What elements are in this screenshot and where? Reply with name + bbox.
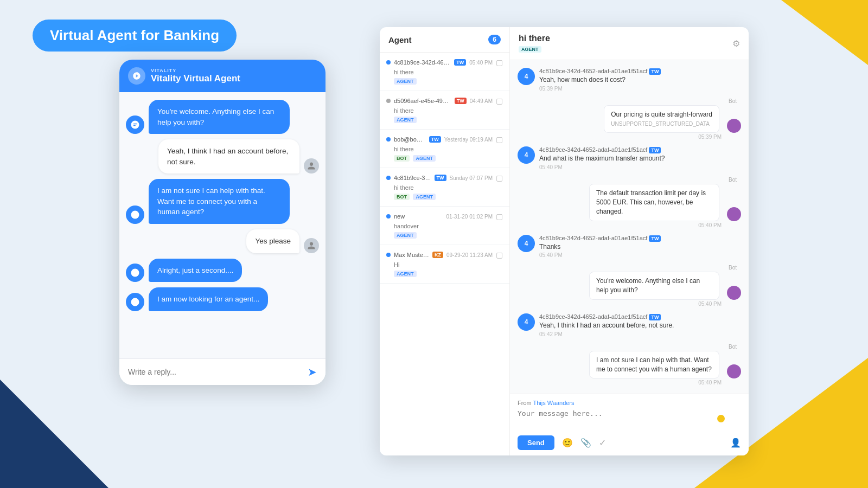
- conv-item-5[interactable]: new 01-31-20 01:02 PM ▢ handover AGENT: [380, 207, 509, 245]
- bot-avatar-1: [126, 115, 144, 134]
- conv-item-3[interactable]: bob@bob.com TW Yesterday 09:19 AM ▢ hi t…: [380, 130, 509, 168]
- crm-time-3: 05:40 PM: [539, 252, 741, 258]
- svg-point-2: [131, 269, 139, 277]
- crm-bot-time-4: 05:40 PM: [698, 380, 722, 386]
- bot-avatar-4: [126, 293, 144, 311]
- phone-input-bar: ➤: [119, 358, 326, 385]
- conv-tag-red-2: TW: [455, 98, 467, 104]
- crm-bot-bubble-4: I am not sure I can help with that. Want…: [589, 351, 719, 379]
- phone-messages: You're welcome. Anything else I can help…: [119, 92, 326, 358]
- checkmark-icon[interactable]: ✓: [599, 438, 606, 448]
- user-avatar-2: [304, 238, 319, 253]
- chat-messages: 4 4c81b9ce-342d-4652-adaf-a01ae1f51acf T…: [510, 60, 749, 394]
- crm-bot-avatar-1: [727, 119, 741, 133]
- conv-tag-tw-1: TW: [454, 59, 466, 66]
- conv-time-1: 05:40 PM: [469, 60, 493, 66]
- bg-yellow-triangle-tr: [781, 0, 868, 65]
- bot-bubble-4: I am now looking for an agent...: [149, 287, 268, 311]
- conv-bot-label-4: BOT: [394, 194, 410, 200]
- conv-time-3: Yesterday 09:19 AM: [444, 137, 493, 143]
- crm-bot-4: Bot I am not sure I can help with that. …: [518, 344, 741, 386]
- conv-dot-1: [386, 60, 391, 65]
- conv-msg-1: hi there: [394, 69, 503, 75]
- conv-count: 6: [488, 35, 501, 44]
- crm-msg-content-2: 4c81b9ce-342d-4652-adaf-a01ae1f51acf TW …: [539, 146, 741, 170]
- phone-input[interactable]: [128, 368, 302, 376]
- archive-icon-1[interactable]: ▢: [496, 58, 503, 67]
- crm-time-1: 05:39 PM: [539, 86, 741, 92]
- crm-msg-content-1: 4c81b9ce-342d-4652-adaf-a01ae1f51acf TW …: [539, 68, 741, 92]
- conv-list-title: Agent: [388, 35, 412, 44]
- user-bubble-1: Yeah, I think I had an account before, n…: [158, 139, 299, 174]
- bot-bubble-1: You're welcome. Anything else I can help…: [149, 100, 290, 134]
- conv-dot-5: [386, 214, 391, 219]
- crm-sender-3: 4c81b9ce-342d-4652-adaf-a01ae1f51acf TW: [539, 235, 741, 241]
- conv-item-2[interactable]: d5096aef-e45e-49e4-b3c3-705b48... TW 04:…: [380, 91, 509, 130]
- person-icon[interactable]: 👤: [730, 438, 741, 448]
- archive-icon-5[interactable]: ▢: [496, 212, 503, 221]
- crm-avatar-user-1: 4: [518, 68, 535, 85]
- conv-item-6[interactable]: Max Mustermann KZ 09-29-20 11:23 AM ▢ Hi…: [380, 245, 509, 284]
- conv-msg-4: hi there: [394, 184, 503, 191]
- crm-time-4: 05:42 PM: [539, 331, 741, 337]
- bg-blue-triangle: [0, 380, 108, 488]
- conv-time-2: 04:49 AM: [470, 98, 493, 104]
- crm-avatar-user-3: 4: [518, 235, 535, 252]
- conv-agent-label-3: AGENT: [413, 155, 436, 162]
- conv-id-3: bob@bob.com: [394, 136, 426, 143]
- from-name-link[interactable]: Thijs Waanders: [533, 400, 575, 406]
- conv-item-4[interactable]: 4c81b9ce-342d-4652-adaf-... TW Sunday 07…: [380, 168, 509, 207]
- title-badge: Virtual Agent for Banking: [33, 20, 237, 52]
- settings-icon[interactable]: ⚙: [732, 38, 740, 49]
- chat-title: hi there: [519, 34, 550, 43]
- crm-msg-content-4: 4c81b9ce-342d-4652-adaf-a01ae1f51acf TW …: [539, 313, 741, 337]
- crm-bot-2: Bot The default transaction limit per da…: [518, 177, 741, 228]
- page-title: Virtual Agent for Banking: [50, 27, 219, 44]
- conv-tag-tw-3: TW: [429, 136, 441, 143]
- crm-bot-1: Bot Our pricing is quite straight-forwar…: [518, 98, 741, 140]
- msg-user-2: Yes please: [126, 229, 319, 253]
- bot-bubble-3: Alright, just a second....: [149, 259, 242, 282]
- crm-bot-label-1: Bot: [729, 98, 737, 104]
- conv-item-1[interactable]: 4c81b9ce-342d-4652-adaf-a01ae1... TW 05:…: [380, 53, 509, 91]
- conv-id-5: new: [394, 213, 443, 220]
- crm-sender-2: 4c81b9ce-342d-4652-adaf-a01ae1f51acf TW: [539, 146, 741, 153]
- crm-text-2: And what is the maximum transfer amount?: [539, 154, 741, 163]
- crm-bot-label-2: Bot: [729, 177, 737, 183]
- bot-bubble-2: I am not sure I can help with that. Want…: [149, 179, 290, 224]
- archive-icon-6[interactable]: ▢: [496, 251, 503, 259]
- conv-label-2: AGENT: [394, 117, 417, 123]
- conv-label-6: AGENT: [394, 271, 417, 277]
- crm-msg-user-4: 4 4c81b9ce-342d-4652-adaf-a01ae1f51acf T…: [518, 313, 741, 337]
- chat-input[interactable]: [518, 409, 741, 429]
- conv-dot-3: [386, 137, 391, 142]
- archive-icon-4[interactable]: ▢: [496, 174, 503, 182]
- chat-input-area: From Thijs Waanders Send 🙂 📎 ✓ 👤: [510, 394, 749, 455]
- msg-bot-3: Alright, just a second....: [126, 259, 319, 282]
- chat-agent-tag: AGENT: [519, 46, 541, 53]
- send-button[interactable]: Send: [518, 435, 554, 450]
- bot-avatar-3: [126, 264, 144, 282]
- conv-bot-label-3: BOT: [394, 155, 410, 162]
- conv-label-5: AGENT: [394, 232, 417, 239]
- conv-tag-kz-6: KZ: [432, 252, 443, 258]
- archive-icon-2[interactable]: ▢: [496, 97, 503, 105]
- conv-msg-5: handover: [394, 223, 503, 229]
- emoji-icon[interactable]: 🙂: [562, 438, 573, 448]
- conv-dot-2: [386, 99, 391, 103]
- crm-bot-avatar-3: [727, 286, 741, 300]
- crm-bot-time-1: 05:39 PM: [698, 134, 722, 140]
- phone-send-button[interactable]: ➤: [308, 365, 317, 378]
- crm-time-2: 05:40 PM: [539, 164, 741, 170]
- crm-avatar-user-4: 4: [518, 313, 535, 331]
- conv-items: 4c81b9ce-342d-4652-adaf-a01ae1... TW 05:…: [380, 53, 509, 455]
- svg-point-1: [131, 210, 139, 219]
- chat-view: hi there AGENT ⚙ 4 4c81b9ce-342d-4652-ad…: [510, 27, 749, 455]
- archive-icon-3[interactable]: ▢: [496, 135, 503, 144]
- conversation-list: Agent 6 4c81b9ce-342d-4652-adaf-a01ae1..…: [380, 27, 510, 455]
- svg-point-3: [131, 298, 139, 306]
- crm-text-4: Yeah, I think I had an account before, n…: [539, 321, 741, 330]
- conv-tag-tw-4: TW: [435, 175, 446, 181]
- bot-avatar-2: [126, 206, 144, 224]
- attachment-icon[interactable]: 📎: [580, 438, 591, 448]
